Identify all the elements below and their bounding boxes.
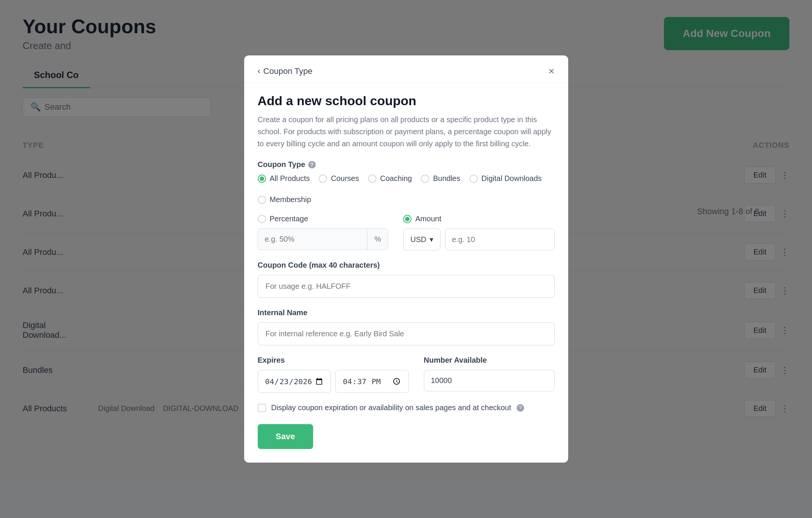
radio-circle-membership [258, 196, 266, 204]
coupon-code-section: Coupon Code (max 40 characters) [258, 261, 555, 298]
radio-circle-all-products [258, 175, 266, 183]
radio-circle-bundles [421, 175, 429, 183]
display-checkbox-help-icon[interactable]: ? [517, 404, 524, 412]
radio-label-all-products: All Products [270, 174, 310, 183]
amount-label-text: Amount [415, 215, 441, 223]
coupon-type-label: Coupon Type ? [258, 160, 555, 169]
radio-row-divider [258, 189, 555, 189]
save-button[interactable]: Save [258, 424, 313, 449]
percentage-label-text: Percentage [270, 215, 308, 223]
currency-select[interactable]: USD ▾ [403, 228, 440, 250]
number-available-col: Number Available [424, 356, 555, 393]
percentage-suffix: % [367, 229, 388, 250]
modal-header: ‹ Coupon Type × [244, 55, 568, 83]
radio-label-membership: Membership [270, 195, 311, 204]
coupon-code-label: Coupon Code (max 40 characters) [258, 261, 555, 270]
internal-name-label: Internal Name [258, 308, 555, 317]
coupon-type-radio-group: All Products Courses Coaching [258, 174, 555, 204]
radio-label-digital-downloads: Digital Downloads [482, 174, 542, 183]
coupon-type-help-icon[interactable]: ? [308, 161, 316, 169]
expires-time-input[interactable] [335, 370, 409, 393]
coupon-code-input[interactable] [258, 275, 555, 298]
radio-circle-coaching [368, 175, 376, 183]
radio-circle-percentage [258, 215, 266, 223]
internal-name-section: Internal Name [258, 308, 555, 345]
radio-label-coaching: Coaching [380, 174, 412, 183]
expires-date-input[interactable] [258, 370, 331, 393]
expires-input-row [258, 370, 409, 393]
radio-digital-downloads[interactable]: Digital Downloads [469, 174, 542, 183]
modal-back-label: Coupon Type [263, 66, 312, 76]
radio-label-bundles: Bundles [433, 174, 460, 183]
modal-close-button[interactable]: × [548, 66, 554, 77]
percentage-input[interactable] [258, 229, 367, 250]
internal-name-input[interactable] [258, 322, 555, 345]
modal-description: Create a coupon for all pricing plans on… [258, 113, 555, 150]
chevron-down-icon: ▾ [430, 235, 433, 244]
expires-col: Expires [258, 356, 409, 393]
back-arrow-icon: ‹ [258, 66, 260, 76]
display-checkbox-row: Display coupon expiration or availabilit… [258, 403, 555, 412]
percentage-col: Percentage % [258, 215, 388, 250]
radio-circle-courses [319, 175, 327, 183]
modal-title: Add a new school coupon [258, 93, 555, 108]
radio-courses[interactable]: Courses [319, 174, 359, 183]
radio-circle-digital-downloads [469, 175, 478, 183]
number-available-label: Number Available [424, 356, 555, 365]
radio-bundles[interactable]: Bundles [421, 174, 460, 183]
amount-input[interactable] [445, 228, 555, 250]
radio-membership[interactable]: Membership [258, 195, 311, 204]
discount-row: Percentage % Amount USD ▾ [258, 215, 555, 250]
radio-label-courses: Courses [331, 174, 359, 183]
display-checkbox-label: Display coupon expiration or availabilit… [271, 403, 511, 412]
radio-all-products[interactable]: All Products [258, 174, 310, 183]
display-checkbox[interactable] [258, 404, 266, 412]
percentage-label[interactable]: Percentage [258, 215, 388, 223]
amount-input-row: USD ▾ [403, 228, 554, 250]
amount-col: Amount USD ▾ [403, 215, 554, 250]
modal-body: Add a new school coupon Create a coupon … [244, 83, 568, 463]
modal: ‹ Coupon Type × Add a new school coupon … [244, 55, 568, 463]
radio-circle-amount [403, 215, 411, 223]
modal-overlay[interactable]: ‹ Coupon Type × Add a new school coupon … [0, 0, 812, 518]
amount-label[interactable]: Amount [403, 215, 554, 223]
percentage-input-wrapper: % [258, 228, 388, 250]
radio-coaching[interactable]: Coaching [368, 174, 412, 183]
currency-value: USD [410, 235, 426, 244]
coupon-type-section: Coupon Type ? All Products Courses [258, 160, 555, 204]
expires-label: Expires [258, 356, 409, 365]
modal-back-button[interactable]: ‹ Coupon Type [258, 66, 313, 76]
expires-row: Expires Number Available [258, 356, 555, 393]
number-available-input[interactable] [424, 370, 555, 391]
